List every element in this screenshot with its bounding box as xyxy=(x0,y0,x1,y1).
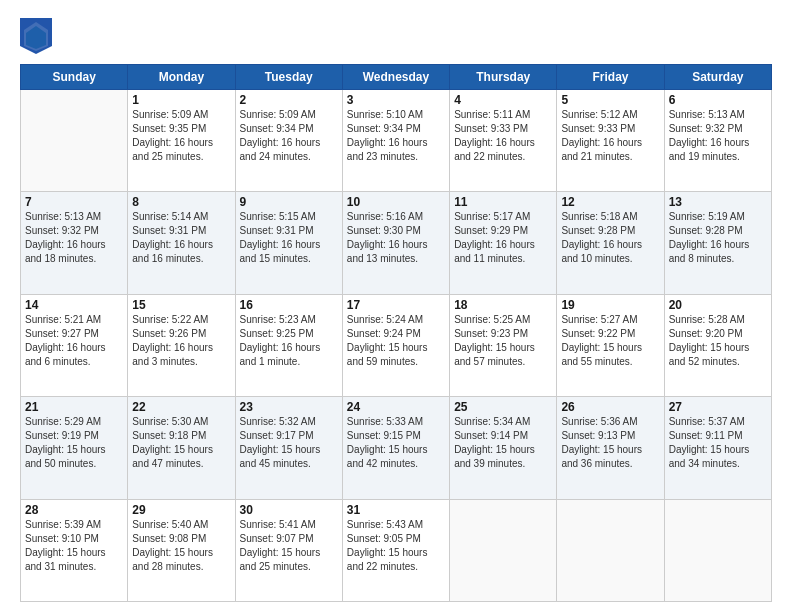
day-info: Sunrise: 5:14 AM Sunset: 9:31 PM Dayligh… xyxy=(132,210,230,266)
calendar-cell: 2Sunrise: 5:09 AM Sunset: 9:34 PM Daylig… xyxy=(235,90,342,192)
day-info: Sunrise: 5:16 AM Sunset: 9:30 PM Dayligh… xyxy=(347,210,445,266)
day-info: Sunrise: 5:25 AM Sunset: 9:23 PM Dayligh… xyxy=(454,313,552,369)
day-info: Sunrise: 5:11 AM Sunset: 9:33 PM Dayligh… xyxy=(454,108,552,164)
day-info: Sunrise: 5:09 AM Sunset: 9:35 PM Dayligh… xyxy=(132,108,230,164)
weekday-header-saturday: Saturday xyxy=(664,65,771,90)
day-info: Sunrise: 5:41 AM Sunset: 9:07 PM Dayligh… xyxy=(240,518,338,574)
calendar-cell: 28Sunrise: 5:39 AM Sunset: 9:10 PM Dayli… xyxy=(21,499,128,601)
calendar-cell: 12Sunrise: 5:18 AM Sunset: 9:28 PM Dayli… xyxy=(557,192,664,294)
weekday-header-sunday: Sunday xyxy=(21,65,128,90)
calendar-week-row: 1Sunrise: 5:09 AM Sunset: 9:35 PM Daylig… xyxy=(21,90,772,192)
day-number: 11 xyxy=(454,195,552,209)
calendar-cell: 15Sunrise: 5:22 AM Sunset: 9:26 PM Dayli… xyxy=(128,294,235,396)
calendar-cell xyxy=(557,499,664,601)
calendar-cell: 3Sunrise: 5:10 AM Sunset: 9:34 PM Daylig… xyxy=(342,90,449,192)
day-number: 14 xyxy=(25,298,123,312)
weekday-header-tuesday: Tuesday xyxy=(235,65,342,90)
day-info: Sunrise: 5:21 AM Sunset: 9:27 PM Dayligh… xyxy=(25,313,123,369)
day-number: 23 xyxy=(240,400,338,414)
day-number: 31 xyxy=(347,503,445,517)
day-number: 9 xyxy=(240,195,338,209)
calendar-cell xyxy=(21,90,128,192)
weekday-header-monday: Monday xyxy=(128,65,235,90)
day-number: 15 xyxy=(132,298,230,312)
day-info: Sunrise: 5:30 AM Sunset: 9:18 PM Dayligh… xyxy=(132,415,230,471)
weekday-header-row: SundayMondayTuesdayWednesdayThursdayFrid… xyxy=(21,65,772,90)
day-number: 8 xyxy=(132,195,230,209)
day-number: 10 xyxy=(347,195,445,209)
calendar-cell: 8Sunrise: 5:14 AM Sunset: 9:31 PM Daylig… xyxy=(128,192,235,294)
calendar-cell: 13Sunrise: 5:19 AM Sunset: 9:28 PM Dayli… xyxy=(664,192,771,294)
day-info: Sunrise: 5:29 AM Sunset: 9:19 PM Dayligh… xyxy=(25,415,123,471)
page: SundayMondayTuesdayWednesdayThursdayFrid… xyxy=(0,0,792,612)
weekday-header-wednesday: Wednesday xyxy=(342,65,449,90)
day-info: Sunrise: 5:40 AM Sunset: 9:08 PM Dayligh… xyxy=(132,518,230,574)
day-number: 18 xyxy=(454,298,552,312)
calendar-cell: 31Sunrise: 5:43 AM Sunset: 9:05 PM Dayli… xyxy=(342,499,449,601)
day-info: Sunrise: 5:13 AM Sunset: 9:32 PM Dayligh… xyxy=(669,108,767,164)
day-info: Sunrise: 5:43 AM Sunset: 9:05 PM Dayligh… xyxy=(347,518,445,574)
header xyxy=(20,18,772,54)
day-number: 20 xyxy=(669,298,767,312)
day-info: Sunrise: 5:37 AM Sunset: 9:11 PM Dayligh… xyxy=(669,415,767,471)
day-info: Sunrise: 5:36 AM Sunset: 9:13 PM Dayligh… xyxy=(561,415,659,471)
day-number: 29 xyxy=(132,503,230,517)
calendar-cell: 24Sunrise: 5:33 AM Sunset: 9:15 PM Dayli… xyxy=(342,397,449,499)
calendar-cell: 19Sunrise: 5:27 AM Sunset: 9:22 PM Dayli… xyxy=(557,294,664,396)
calendar-cell: 5Sunrise: 5:12 AM Sunset: 9:33 PM Daylig… xyxy=(557,90,664,192)
day-number: 22 xyxy=(132,400,230,414)
day-number: 28 xyxy=(25,503,123,517)
logo-icon xyxy=(20,18,52,54)
day-number: 25 xyxy=(454,400,552,414)
day-number: 2 xyxy=(240,93,338,107)
day-number: 12 xyxy=(561,195,659,209)
day-info: Sunrise: 5:17 AM Sunset: 9:29 PM Dayligh… xyxy=(454,210,552,266)
day-number: 19 xyxy=(561,298,659,312)
day-info: Sunrise: 5:27 AM Sunset: 9:22 PM Dayligh… xyxy=(561,313,659,369)
calendar-cell: 23Sunrise: 5:32 AM Sunset: 9:17 PM Dayli… xyxy=(235,397,342,499)
calendar-week-row: 7Sunrise: 5:13 AM Sunset: 9:32 PM Daylig… xyxy=(21,192,772,294)
calendar-cell: 16Sunrise: 5:23 AM Sunset: 9:25 PM Dayli… xyxy=(235,294,342,396)
day-number: 3 xyxy=(347,93,445,107)
calendar-cell: 18Sunrise: 5:25 AM Sunset: 9:23 PM Dayli… xyxy=(450,294,557,396)
day-number: 1 xyxy=(132,93,230,107)
day-number: 6 xyxy=(669,93,767,107)
weekday-header-thursday: Thursday xyxy=(450,65,557,90)
day-info: Sunrise: 5:32 AM Sunset: 9:17 PM Dayligh… xyxy=(240,415,338,471)
day-info: Sunrise: 5:34 AM Sunset: 9:14 PM Dayligh… xyxy=(454,415,552,471)
day-info: Sunrise: 5:23 AM Sunset: 9:25 PM Dayligh… xyxy=(240,313,338,369)
day-info: Sunrise: 5:39 AM Sunset: 9:10 PM Dayligh… xyxy=(25,518,123,574)
calendar-cell: 25Sunrise: 5:34 AM Sunset: 9:14 PM Dayli… xyxy=(450,397,557,499)
calendar-cell: 10Sunrise: 5:16 AM Sunset: 9:30 PM Dayli… xyxy=(342,192,449,294)
day-info: Sunrise: 5:12 AM Sunset: 9:33 PM Dayligh… xyxy=(561,108,659,164)
calendar-cell: 9Sunrise: 5:15 AM Sunset: 9:31 PM Daylig… xyxy=(235,192,342,294)
day-info: Sunrise: 5:24 AM Sunset: 9:24 PM Dayligh… xyxy=(347,313,445,369)
day-number: 27 xyxy=(669,400,767,414)
day-number: 7 xyxy=(25,195,123,209)
calendar-cell: 26Sunrise: 5:36 AM Sunset: 9:13 PM Dayli… xyxy=(557,397,664,499)
day-info: Sunrise: 5:19 AM Sunset: 9:28 PM Dayligh… xyxy=(669,210,767,266)
day-info: Sunrise: 5:09 AM Sunset: 9:34 PM Dayligh… xyxy=(240,108,338,164)
day-info: Sunrise: 5:33 AM Sunset: 9:15 PM Dayligh… xyxy=(347,415,445,471)
day-info: Sunrise: 5:22 AM Sunset: 9:26 PM Dayligh… xyxy=(132,313,230,369)
calendar-week-row: 21Sunrise: 5:29 AM Sunset: 9:19 PM Dayli… xyxy=(21,397,772,499)
calendar-cell: 17Sunrise: 5:24 AM Sunset: 9:24 PM Dayli… xyxy=(342,294,449,396)
day-number: 13 xyxy=(669,195,767,209)
calendar-week-row: 14Sunrise: 5:21 AM Sunset: 9:27 PM Dayli… xyxy=(21,294,772,396)
day-info: Sunrise: 5:10 AM Sunset: 9:34 PM Dayligh… xyxy=(347,108,445,164)
calendar-cell: 7Sunrise: 5:13 AM Sunset: 9:32 PM Daylig… xyxy=(21,192,128,294)
day-number: 24 xyxy=(347,400,445,414)
calendar-cell xyxy=(450,499,557,601)
calendar-cell: 6Sunrise: 5:13 AM Sunset: 9:32 PM Daylig… xyxy=(664,90,771,192)
day-number: 30 xyxy=(240,503,338,517)
calendar-cell: 1Sunrise: 5:09 AM Sunset: 9:35 PM Daylig… xyxy=(128,90,235,192)
day-number: 26 xyxy=(561,400,659,414)
day-info: Sunrise: 5:15 AM Sunset: 9:31 PM Dayligh… xyxy=(240,210,338,266)
weekday-header-friday: Friday xyxy=(557,65,664,90)
day-number: 5 xyxy=(561,93,659,107)
calendar-cell: 29Sunrise: 5:40 AM Sunset: 9:08 PM Dayli… xyxy=(128,499,235,601)
day-info: Sunrise: 5:13 AM Sunset: 9:32 PM Dayligh… xyxy=(25,210,123,266)
day-number: 17 xyxy=(347,298,445,312)
day-info: Sunrise: 5:28 AM Sunset: 9:20 PM Dayligh… xyxy=(669,313,767,369)
calendar-cell: 20Sunrise: 5:28 AM Sunset: 9:20 PM Dayli… xyxy=(664,294,771,396)
